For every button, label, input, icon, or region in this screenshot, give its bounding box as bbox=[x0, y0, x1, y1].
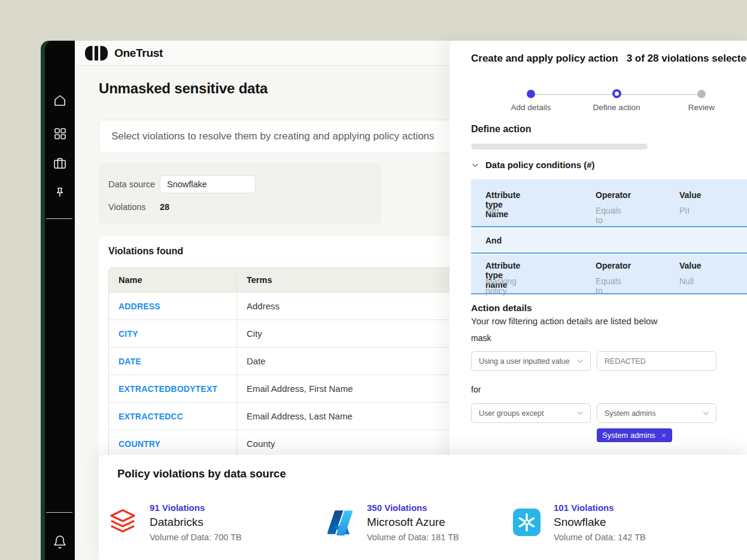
violation-name-link[interactable]: DATE bbox=[119, 357, 141, 366]
mask-value-input[interactable] bbox=[597, 351, 716, 371]
data-source-card-databricks: 91 Violations Databricks Volume of Data:… bbox=[109, 501, 242, 542]
selected-group-tag[interactable]: System admins bbox=[597, 428, 672, 442]
brand-name: OneTrust bbox=[114, 47, 163, 60]
define-action-heading: Define action bbox=[471, 124, 531, 135]
step-dot-review[interactable] bbox=[697, 90, 706, 98]
apps-grid-icon[interactable] bbox=[53, 126, 67, 141]
violations-count-link[interactable]: 350 Violations bbox=[367, 503, 459, 513]
violation-name-link[interactable]: ADDRESS bbox=[119, 302, 160, 311]
condition-operator-value: Equals to bbox=[596, 206, 621, 225]
group-mode-value: User groups except bbox=[479, 409, 543, 418]
mask-method-value: Using a user inputted value bbox=[479, 357, 569, 366]
onetrust-logo[interactable]: OneTrust bbox=[84, 45, 163, 61]
source-name: Databricks bbox=[150, 516, 242, 529]
panel-heading: Policy violations by data source bbox=[117, 467, 286, 480]
chevron-down-icon bbox=[576, 357, 584, 365]
tag-label: System admins bbox=[602, 431, 655, 440]
violations-count-link[interactable]: 101 Violations bbox=[554, 503, 646, 513]
for-label: for bbox=[471, 385, 481, 394]
violations-label: Violations bbox=[108, 202, 146, 212]
conditions-header-label: Data policy conditions (#) bbox=[485, 160, 595, 170]
step-dot-define-action[interactable] bbox=[612, 89, 621, 98]
step-label-review: Review bbox=[669, 103, 734, 112]
azure-icon bbox=[326, 509, 354, 536]
source-name: Microsoft Azure bbox=[367, 516, 459, 529]
violation-name-link[interactable]: COUNTRY bbox=[119, 439, 160, 449]
violations-found-heading: Violations found bbox=[108, 246, 183, 257]
pin-icon[interactable] bbox=[53, 186, 67, 200]
source-volume: Volume of Data: 181 TB bbox=[367, 532, 459, 542]
data-source-label: Data source bbox=[108, 179, 155, 189]
databricks-icon bbox=[109, 509, 136, 536]
sidebar-divider-bottom bbox=[46, 512, 72, 513]
condition-row-2: Attribute type nameMasking policy Operat… bbox=[471, 255, 747, 294]
bell-icon[interactable] bbox=[53, 535, 67, 549]
violation-name-link[interactable]: CITY bbox=[119, 329, 138, 339]
close-icon[interactable] bbox=[661, 433, 667, 439]
step-dot-add-details[interactable] bbox=[527, 90, 535, 98]
condition-value-label: Value bbox=[679, 261, 702, 270]
app-sidebar bbox=[45, 41, 75, 560]
briefcase-icon[interactable] bbox=[53, 156, 67, 171]
source-name: Snowflake bbox=[554, 516, 646, 529]
condition-connector-row: And bbox=[471, 229, 747, 254]
drawer-title-row: Create and apply policy action 3 of 28 v… bbox=[471, 53, 747, 65]
drawer-title: Create and apply policy action bbox=[471, 53, 618, 65]
condition-row-1: Attribute type NameTag OperatorEquals to… bbox=[471, 179, 747, 227]
page-title: Unmasked sensitive data bbox=[99, 80, 268, 97]
home-icon[interactable] bbox=[53, 93, 67, 108]
violations-count-link[interactable]: 91 Violations bbox=[150, 503, 242, 513]
data-source-input[interactable] bbox=[160, 175, 256, 193]
loading-skeleton-bar bbox=[471, 144, 648, 150]
group-value-select[interactable]: System admins bbox=[597, 403, 716, 423]
selection-summary: 3 of 28 violations selected bbox=[627, 53, 747, 65]
condition-value-value: Null bbox=[679, 276, 694, 286]
conditions-collapse-header[interactable]: Data policy conditions (#) bbox=[471, 160, 595, 170]
condition-value-value: PII bbox=[679, 206, 690, 215]
step-label-define-action: Define action bbox=[584, 103, 649, 112]
chevron-down-icon bbox=[702, 409, 710, 417]
condition-operator-value: Equals to bbox=[596, 276, 621, 296]
mask-method-select[interactable]: Using a user inputted value bbox=[471, 351, 591, 371]
data-source-card-snowflake: 101 Violations Snowflake Volume of Data:… bbox=[513, 501, 646, 542]
onetrust-logo-icon bbox=[84, 45, 108, 61]
action-details-subheading: Your row filtering action details are li… bbox=[471, 316, 657, 326]
action-details-heading: Action details bbox=[471, 303, 532, 314]
chevron-down-icon bbox=[576, 409, 584, 417]
violations-count: 28 bbox=[160, 202, 169, 212]
condition-attribute-value: Tag bbox=[485, 206, 499, 215]
source-volume: Volume of Data: 700 TB bbox=[150, 532, 242, 542]
condition-operator-label: Operator bbox=[596, 261, 631, 270]
source-volume: Volume of Data: 142 TB bbox=[554, 532, 646, 542]
group-value-text: System admins bbox=[605, 409, 655, 418]
mask-label: mask bbox=[471, 333, 491, 343]
condition-attribute-value: Masking policy bbox=[485, 276, 517, 296]
policy-violations-panel: Policy violations by data source 91 Viol… bbox=[99, 455, 747, 560]
group-mode-select[interactable]: User groups except bbox=[471, 403, 591, 423]
chevron-down-icon bbox=[471, 161, 479, 169]
connector-label: And bbox=[485, 236, 502, 245]
violation-name-link[interactable]: EXTRACTEDBODYTEXT bbox=[119, 384, 217, 394]
violation-summary-box: Data source Violations 28 bbox=[99, 163, 381, 224]
column-header-name: Name bbox=[109, 268, 237, 292]
step-label-add-details: Add details bbox=[498, 103, 564, 112]
data-source-card-azure: 350 Violations Microsoft Azure Volume of… bbox=[326, 501, 459, 542]
condition-operator-label: Operator bbox=[596, 190, 631, 200]
snowflake-icon bbox=[513, 509, 540, 536]
condition-value-label: Value bbox=[679, 190, 702, 200]
violation-name-link[interactable]: EXTRACTEDCC bbox=[119, 412, 183, 421]
sidebar-divider-top bbox=[46, 218, 72, 219]
